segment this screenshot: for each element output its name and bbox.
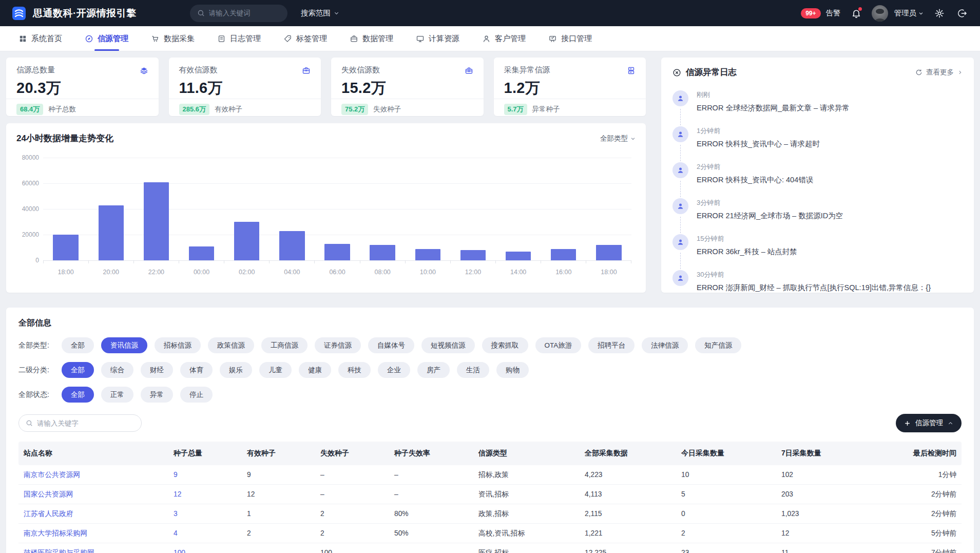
site-name-link[interactable]: 江苏省人民政府 bbox=[18, 509, 168, 519]
nav-item-compass[interactable]: 信源管理 bbox=[73, 26, 140, 51]
filter-chip[interactable]: 停止 bbox=[180, 387, 213, 403]
column-header[interactable]: 站点名称 bbox=[18, 449, 168, 458]
chart-bar[interactable] bbox=[596, 245, 621, 260]
chart-bar[interactable] bbox=[415, 249, 440, 261]
filter-chip[interactable]: 全部 bbox=[62, 337, 94, 353]
filter-chip[interactable]: 房产 bbox=[417, 362, 450, 378]
table-cell[interactable]: 100 bbox=[168, 549, 242, 553]
nav-item-tag[interactable]: 标签管理 bbox=[272, 26, 338, 51]
user-menu[interactable]: 管理员 bbox=[894, 8, 924, 18]
table-row[interactable]: 南京市公共资源网99––招标,政策4,223101021分钟 bbox=[18, 465, 962, 485]
filter-chip[interactable]: 短视频信源 bbox=[421, 337, 475, 353]
table-cell[interactable]: 12 bbox=[168, 490, 242, 498]
case-icon bbox=[302, 66, 311, 77]
column-header[interactable]: 种子总量 bbox=[168, 449, 242, 458]
table-cell: 2分钟前 bbox=[884, 490, 962, 499]
column-header[interactable]: 有效种子 bbox=[242, 449, 315, 458]
search-scope-dropdown[interactable]: 搜索范围 bbox=[301, 8, 339, 18]
filter-chip[interactable]: 工商信源 bbox=[261, 337, 308, 353]
filter-chip[interactable]: 证券信源 bbox=[315, 337, 361, 353]
view-more-link[interactable]: 查看更多 bbox=[915, 68, 963, 77]
user-avatar[interactable] bbox=[872, 5, 888, 22]
global-search[interactable] bbox=[190, 5, 287, 22]
logout-icon[interactable] bbox=[955, 7, 969, 20]
chart-bar[interactable] bbox=[99, 205, 124, 261]
chart-bar[interactable] bbox=[324, 244, 350, 261]
filter-chip[interactable]: 健康 bbox=[299, 362, 331, 378]
table-row[interactable]: 国家公共资源网1212––资讯,招标4,11352032分钟前 bbox=[18, 485, 962, 504]
column-header[interactable]: 7日采集数量 bbox=[776, 449, 884, 458]
chart-bar[interactable] bbox=[234, 222, 259, 260]
chart-bar[interactable] bbox=[506, 252, 531, 261]
filter-chip[interactable]: 企业 bbox=[378, 362, 410, 378]
table-row[interactable]: 江苏省人民政府31280%政策,招标2,11501,0232分钟前 bbox=[18, 504, 962, 524]
chart-type-filter[interactable]: 全部类型 bbox=[600, 134, 636, 143]
filter-chip[interactable]: 自媒体号 bbox=[368, 337, 414, 353]
filter-chip[interactable]: 招标信源 bbox=[155, 337, 201, 353]
global-search-input[interactable] bbox=[209, 9, 300, 17]
log-time: 1分钟前 bbox=[697, 126, 820, 136]
column-header[interactable]: 今日采集数量 bbox=[676, 449, 776, 458]
filter-chip[interactable]: 法律信源 bbox=[642, 337, 688, 353]
chart-bar[interactable] bbox=[53, 235, 78, 260]
table-row[interactable]: 南京大学招标采购网42250%高校,资讯,招标1,2212125分钟前 bbox=[18, 524, 962, 543]
filter-chip[interactable]: 政策信源 bbox=[208, 337, 254, 353]
filter-chip[interactable]: OTA旅游 bbox=[535, 337, 582, 353]
filter-chip[interactable]: 儿童 bbox=[259, 362, 292, 378]
column-header[interactable]: 全部采集数据 bbox=[580, 449, 676, 458]
column-header[interactable]: 最后检测时间 bbox=[884, 449, 962, 458]
nav-item-briefcase[interactable]: 数据管理 bbox=[338, 26, 405, 51]
table-search[interactable] bbox=[18, 414, 142, 432]
nav-item-grid[interactable]: 系统首页 bbox=[7, 26, 73, 51]
filter-chip[interactable]: 正常 bbox=[101, 387, 133, 403]
chart-bar[interactable] bbox=[279, 231, 304, 261]
site-name-link[interactable]: 南京大学招标采购网 bbox=[18, 529, 168, 538]
table-row[interactable]: 鼓楼医院采购与采购网100–100–医疗,招标12,22523117分钟前 bbox=[18, 543, 962, 553]
x-axis-label: 16:00 bbox=[541, 269, 586, 276]
filter-chip[interactable]: 综合 bbox=[101, 362, 133, 378]
filter-chip[interactable]: 资讯信源 bbox=[101, 337, 147, 353]
chart-bar[interactable] bbox=[370, 245, 395, 260]
app-root: 思通数科·开源情报引擎 搜索范围 99+ 告警 管理员 bbox=[0, 0, 980, 553]
source-manage-button[interactable]: 信源管理 bbox=[896, 414, 962, 432]
nav-item-monitor[interactable]: 计算资源 bbox=[405, 26, 471, 51]
table-cell[interactable]: 9 bbox=[168, 471, 242, 479]
nav-item-label: 客户管理 bbox=[495, 34, 526, 44]
notifications-bell-icon[interactable] bbox=[850, 7, 862, 20]
nav-item-document[interactable]: 日志管理 bbox=[206, 26, 272, 51]
alert-count-badge[interactable]: 99+ bbox=[801, 8, 820, 18]
nav-item-board[interactable]: 接口管理 bbox=[537, 26, 603, 51]
filter-chip[interactable]: 生活 bbox=[457, 362, 489, 378]
filter-chip[interactable]: 异常 bbox=[141, 387, 173, 403]
filter-chip[interactable]: 体育 bbox=[180, 362, 213, 378]
chart-bar[interactable] bbox=[144, 182, 169, 261]
alert-label[interactable]: 告警 bbox=[826, 8, 841, 18]
filter-chip[interactable]: 科技 bbox=[338, 362, 371, 378]
column-header[interactable]: 失效种子 bbox=[315, 449, 389, 458]
site-name-link[interactable]: 国家公共资源网 bbox=[18, 490, 168, 499]
filter-chip[interactable]: 财经 bbox=[141, 362, 173, 378]
nav-item-cart[interactable]: 数据采集 bbox=[140, 26, 206, 51]
table-cell[interactable]: 4 bbox=[168, 529, 242, 537]
site-name-link[interactable]: 南京市公共资源网 bbox=[18, 470, 168, 480]
chart-bar[interactable] bbox=[189, 246, 214, 261]
filter-chip[interactable]: 知产信源 bbox=[695, 337, 741, 353]
user-icon bbox=[482, 34, 491, 43]
nav-item-user[interactable]: 客户管理 bbox=[471, 26, 537, 51]
filter-chip[interactable]: 全部 bbox=[62, 387, 94, 403]
column-header[interactable]: 种子失效率 bbox=[389, 449, 473, 458]
filter-chip[interactable]: 招聘平台 bbox=[588, 337, 635, 353]
table-search-input[interactable] bbox=[37, 419, 134, 427]
briefcase-icon bbox=[350, 34, 358, 43]
chart-bar[interactable] bbox=[551, 249, 576, 261]
filter-chip[interactable]: 娱乐 bbox=[220, 362, 252, 378]
log-message: ERROR 21经济网_全球市场 – 数据源ID为空 bbox=[697, 211, 843, 221]
chart-bar[interactable] bbox=[460, 250, 486, 260]
table-cell[interactable]: 3 bbox=[168, 510, 242, 518]
filter-chip[interactable]: 搜索抓取 bbox=[482, 337, 528, 353]
settings-gear-icon[interactable] bbox=[933, 7, 946, 20]
column-header[interactable]: 信源类型 bbox=[473, 449, 580, 458]
filter-chip[interactable]: 购物 bbox=[496, 362, 529, 378]
filter-chip[interactable]: 全部 bbox=[62, 362, 94, 378]
site-name-link[interactable]: 鼓楼医院采购与采购网 bbox=[18, 548, 168, 553]
